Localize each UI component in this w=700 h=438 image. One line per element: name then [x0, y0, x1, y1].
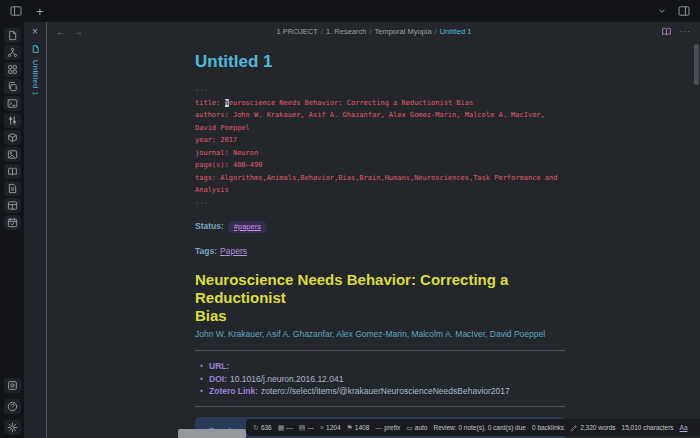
status-item-prefix[interactable]: —prefix	[375, 424, 400, 431]
dash-icon: —	[375, 424, 382, 431]
breadcrumb-segment[interactable]: 1. Research	[326, 27, 366, 36]
vault-icon	[7, 380, 18, 391]
file-switch-icon	[7, 30, 18, 41]
status-line[interactable]: Status:#papers	[195, 221, 565, 233]
flag-icon: ⚑	[347, 424, 353, 432]
sliders-icon	[7, 115, 18, 126]
status-item-auto[interactable]: ▭auto	[406, 424, 427, 432]
rect-icon: ▭	[406, 424, 413, 432]
status-tag-pill[interactable]: #papers	[228, 221, 267, 233]
breadcrumb-current[interactable]: Untitled 1	[440, 27, 472, 36]
graph-icon	[7, 47, 18, 58]
status-item-counter[interactable]: ⚑1408	[347, 424, 370, 432]
list-item-zotero[interactable]: Zotero Link:zotero://select/items/@kraka…	[209, 385, 565, 398]
sliders-button[interactable]	[4, 113, 21, 128]
table-icon	[7, 200, 18, 211]
sync-icon: ↻	[253, 424, 259, 432]
status-item-characters[interactable]: 15,010 characters	[622, 424, 674, 431]
breadcrumb-segment[interactable]: Temporal Myopia	[375, 27, 432, 36]
ribbon	[0, 22, 24, 438]
package-icon	[7, 132, 18, 143]
tags-link[interactable]: Papers	[220, 246, 247, 256]
right-sidebar-toggle-icon[interactable]	[678, 5, 690, 17]
titlebar: +	[0, 0, 700, 22]
reading-mode-icon[interactable]	[661, 26, 672, 37]
image-icon	[7, 149, 18, 160]
scrollbar-thumb[interactable]	[694, 44, 699, 85]
new-tab-button[interactable]: +	[36, 5, 44, 18]
grid-icon	[7, 64, 18, 75]
tab-title-vertical[interactable]: Untitled 1	[31, 60, 40, 96]
package-button[interactable]	[4, 130, 21, 145]
tab-header: ← → 1 PROJECT/1. Research/Temporal Myopi…	[48, 22, 700, 40]
stacked-tab-spine[interactable]: × Untitled 1	[24, 22, 47, 438]
divider	[195, 350, 565, 351]
list-item-doi[interactable]: DOI:10.1016/j.neuron.2016.12.041	[209, 373, 565, 386]
status-item-aa[interactable]: Aa	[680, 424, 688, 431]
quick-switcher-button[interactable]	[4, 28, 21, 43]
frontmatter-line-year[interactable]: year: 2017	[195, 134, 565, 147]
settings-button[interactable]	[4, 420, 21, 435]
rows-icon: ▤	[299, 424, 306, 432]
copy-icon	[7, 81, 18, 92]
frontmatter-line-pages[interactable]: page(s): 480–490	[195, 159, 565, 172]
status-item-backlinks[interactable]: 0 backlinks	[532, 424, 564, 431]
status-item-counter[interactable]: ×1204	[320, 424, 341, 431]
vault-switcher-button[interactable]	[4, 378, 21, 393]
reading-view-button[interactable]	[4, 164, 21, 179]
help-icon	[7, 401, 18, 412]
file-text-button[interactable]	[4, 181, 21, 196]
frontmatter-block[interactable]: --- title: Neuroscience Needs Behavior: …	[195, 84, 565, 209]
terminal-icon	[7, 98, 18, 109]
tags-label: Tags:	[195, 246, 217, 256]
status-label: Status:	[195, 221, 224, 231]
file-text-icon	[7, 183, 18, 194]
help-button[interactable]	[4, 399, 21, 414]
forward-arrow-icon[interactable]: →	[73, 26, 83, 37]
note-content: Untitled 1 --- title: Neuroscience Needs…	[195, 40, 565, 438]
chevron-down-icon[interactable]	[657, 6, 667, 16]
pencil-icon	[570, 424, 578, 432]
breadcrumb-segment[interactable]: 1 PROJECT	[277, 27, 318, 36]
canvas-button[interactable]	[4, 62, 21, 77]
paper-links-list: URL: DOI:10.1016/j.neuron.2016.12.041 Zo…	[195, 360, 565, 398]
bottom-left-fragment	[178, 429, 246, 438]
inline-note-title[interactable]: Untitled 1	[195, 51, 565, 72]
list-item-url[interactable]: URL:	[209, 360, 565, 373]
paper-authors[interactable]: John W. Krakauer, Asif A. Ghazanfar, Ale…	[195, 329, 565, 339]
editor-pane: ← → 1 PROJECT/1. Research/Temporal Myopi…	[48, 22, 700, 438]
frontmatter-line-title[interactable]: title: Neuroscience Needs Behavior: Corr…	[195, 97, 565, 110]
left-sidebar-toggle-icon[interactable]	[10, 5, 22, 17]
status-item-counter[interactable]: ↻636	[253, 424, 272, 432]
daily-note-button[interactable]	[4, 215, 21, 230]
divider	[195, 406, 565, 407]
frontmatter-line-journal[interactable]: journal: Neuron	[195, 147, 565, 160]
grid-icon: ▦	[278, 424, 285, 432]
graph-view-button[interactable]	[4, 45, 21, 60]
breadcrumb: 1 PROJECT/1. Research/Temporal Myopia/Un…	[277, 27, 472, 36]
close-icon[interactable]: ×	[32, 27, 38, 37]
status-item-counter[interactable]: ▦---	[278, 424, 293, 432]
cross-icon: ×	[320, 424, 324, 431]
more-options-icon[interactable]: ···	[680, 27, 691, 36]
note-icon	[31, 44, 40, 54]
frontmatter-line-tags[interactable]: tags: Algorithms,Animals,Behavior,Bias,B…	[195, 172, 565, 197]
duplicate-note-button[interactable]	[4, 79, 21, 94]
terminal-button[interactable]	[4, 96, 21, 111]
status-item-counter[interactable]: ▤---	[299, 424, 314, 432]
tags-line[interactable]: Tags:Papers	[195, 246, 565, 256]
frontmatter-fence[interactable]: ---	[195, 197, 565, 210]
paper-title-heading[interactable]: Neuroscience Needs Behavior: Correcting …	[195, 271, 565, 325]
status-bar: ↻636 ▦--- ▤--- ×1204 ⚑1408 —prefix ▭auto…	[246, 419, 700, 436]
book-open-icon	[7, 166, 18, 177]
status-item-words[interactable]: 2,320 words	[570, 424, 615, 432]
gear-icon	[7, 422, 18, 433]
image-button[interactable]	[4, 147, 21, 162]
table-button[interactable]	[4, 198, 21, 213]
back-arrow-icon[interactable]: ←	[56, 26, 66, 37]
frontmatter-fence[interactable]: ---	[195, 84, 565, 97]
status-item-review[interactable]: Review: 0 note(s), 0 card(s) due	[433, 424, 525, 431]
frontmatter-line-authors[interactable]: authors: John W. Krakauer, Asif A. Ghaza…	[195, 109, 565, 134]
calendar-check-icon	[7, 217, 18, 228]
